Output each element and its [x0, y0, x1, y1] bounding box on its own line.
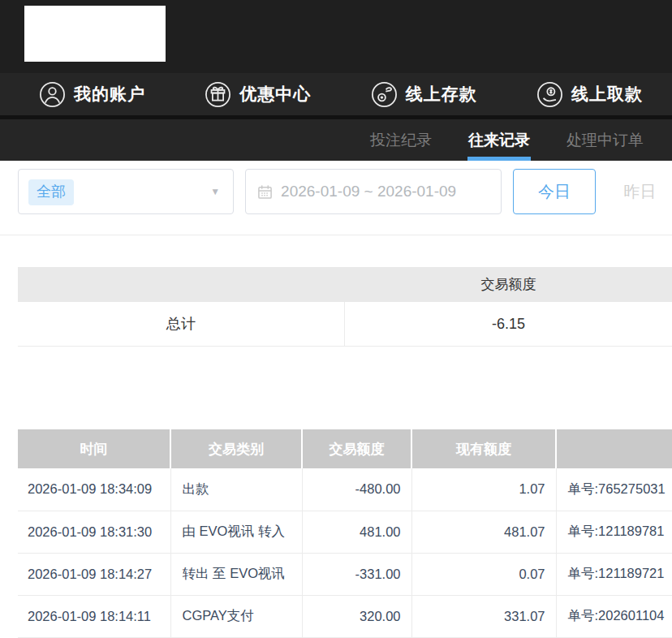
- cell-type: CGPAY支付: [170, 595, 302, 637]
- tab-processing-orders[interactable]: 处理中订单: [566, 119, 644, 161]
- summary-total-label: 总计: [18, 302, 345, 346]
- nav-item-my-account[interactable]: 我的账户: [39, 81, 145, 108]
- summary-total-row: 总计 -6.15: [18, 302, 672, 347]
- nav-item-deposit[interactable]: 线上存款: [371, 81, 477, 108]
- withdraw-icon: [536, 81, 563, 108]
- col-header-balance: 现有额度: [411, 429, 556, 468]
- deposit-icon: [371, 81, 398, 108]
- cell-balance: 481.07: [411, 511, 556, 553]
- tab-label: 处理中订单: [566, 130, 644, 151]
- main-nav: 我的账户 优惠中心 线上存款: [0, 73, 672, 115]
- date-range-value: 2026-01-09 ~ 2026-01-09: [281, 183, 456, 200]
- calendar-icon: [257, 184, 273, 200]
- filter-row: 全部 ▼ 2026-01-09 ~ 2026-01-09 今日 昨日: [18, 169, 672, 214]
- today-button[interactable]: 今日: [513, 169, 597, 214]
- cell-balance: 0.07: [411, 553, 556, 595]
- record-tabs: 投注纪录 往来记录 处理中订单: [0, 119, 672, 161]
- cell-time: 2026-01-09 18:14:11: [18, 595, 170, 637]
- cell-amount: 481.00: [302, 511, 411, 553]
- cell-order: 单号:202601104: [556, 595, 672, 637]
- records-table: 时间 交易类别 交易额度 现有额度 2026-01-09 18:34:09 出款…: [18, 429, 672, 638]
- col-header-time: 时间: [18, 429, 170, 468]
- cell-order: 单号:121189721: [556, 553, 672, 595]
- cell-amount: 320.00: [302, 595, 411, 637]
- cell-amount: -480.00: [302, 468, 411, 511]
- col-header-type: 交易类别: [170, 429, 302, 468]
- col-header-amount: 交易额度: [302, 429, 411, 468]
- cell-type: 由 EVO视讯 转入: [170, 511, 302, 553]
- user-icon: [39, 81, 66, 108]
- cell-order: 单号:765275031: [556, 468, 672, 511]
- cell-time: 2026-01-09 18:14:27: [18, 553, 170, 595]
- cell-time: 2026-01-09 18:31:30: [18, 511, 170, 553]
- summary-header-empty: [18, 267, 345, 302]
- cell-balance: 1.07: [411, 468, 556, 511]
- content-area: 全部 ▼ 2026-01-09 ~ 2026-01-09 今日 昨日 交易额度: [0, 169, 672, 638]
- nav-item-promotions[interactable]: 优惠中心: [205, 81, 311, 108]
- tab-betting-records[interactable]: 投注纪录: [370, 119, 432, 161]
- table-row: 2026-01-09 18:31:30 由 EVO视讯 转入 481.00 48…: [18, 511, 672, 553]
- cell-amount: -331.00: [302, 553, 411, 595]
- date-range-input[interactable]: 2026-01-09 ~ 2026-01-09: [245, 169, 502, 214]
- nav-item-withdraw[interactable]: 线上取款: [536, 81, 643, 108]
- summary-table: 交易额度 总计 -6.15: [18, 267, 672, 347]
- top-header: [0, 0, 672, 73]
- tab-label: 往来记录: [468, 130, 530, 151]
- selected-type-chip: 全部: [28, 179, 74, 205]
- cell-type: 出款: [170, 468, 302, 511]
- section-divider: [0, 235, 672, 235]
- table-row: 2026-01-09 18:14:11 CGPAY支付 320.00 331.0…: [18, 595, 672, 637]
- chevron-down-icon: ▼: [210, 186, 220, 197]
- transaction-type-select[interactable]: 全部 ▼: [18, 169, 234, 214]
- yesterday-button[interactable]: 昨日: [608, 169, 672, 214]
- table-row: 2026-01-09 18:34:09 出款 -480.00 1.07 单号:7…: [18, 468, 672, 511]
- col-header-order: [556, 429, 672, 468]
- active-tab-underline: [467, 157, 531, 161]
- cell-type: 转出 至 EVO视讯: [170, 553, 302, 595]
- cell-time: 2026-01-09 18:34:09: [18, 468, 170, 511]
- records-table-wrap: 时间 交易类别 交易额度 现有额度 2026-01-09 18:34:09 出款…: [18, 429, 672, 638]
- tab-transaction-records[interactable]: 往来记录: [468, 119, 530, 161]
- table-row: 2026-01-09 18:14:27 转出 至 EVO视讯 -331.00 0…: [18, 553, 672, 595]
- cell-order: 单号:121189781: [556, 511, 672, 553]
- summary-header-row: 交易额度: [18, 267, 672, 302]
- nav-item-label: 我的账户: [74, 83, 145, 106]
- summary-header-amount: 交易额度: [345, 267, 672, 302]
- nav-item-label: 线上取款: [571, 83, 643, 106]
- cell-balance: 331.07: [411, 595, 556, 637]
- gift-icon: [205, 81, 231, 108]
- logo: [24, 6, 166, 62]
- records-header-row: 时间 交易类别 交易额度 现有额度: [18, 429, 672, 468]
- nav-item-label: 优惠中心: [239, 83, 311, 106]
- tab-label: 投注纪录: [370, 130, 432, 151]
- nav-item-label: 线上存款: [406, 83, 477, 106]
- summary-total-amount: -6.15: [345, 302, 672, 346]
